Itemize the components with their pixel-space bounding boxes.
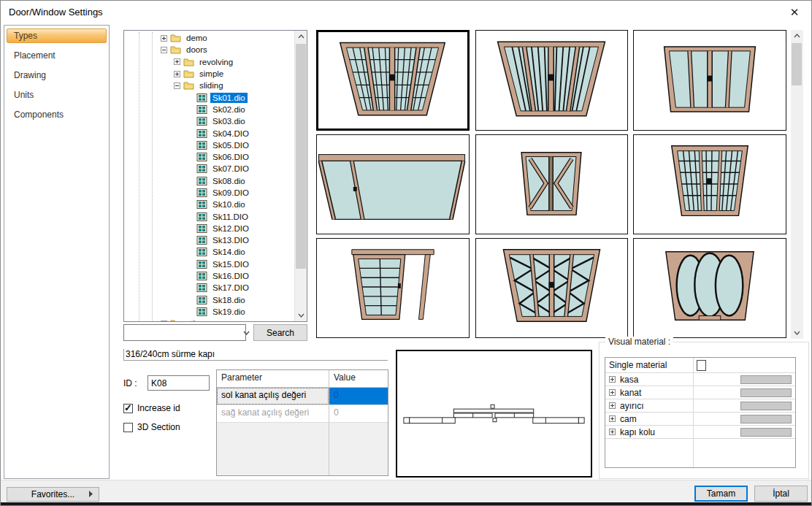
door-file-icon: [196, 117, 207, 126]
tree-item-sk08-dio[interactable]: Sk08.dio: [124, 175, 294, 187]
favorites-button[interactable]: Favorites...: [7, 487, 99, 502]
thumbnail-sk01[interactable]: [316, 30, 470, 131]
parameter-table: Parameter Value sol kanat açılış değeri …: [216, 369, 388, 476]
parameter-row-sol-kanat[interactable]: sol kanat açılış değeri 0: [217, 388, 388, 405]
3d-section-checkbox[interactable]: 3D Section: [123, 422, 180, 432]
expand-plus-icon[interactable]: [161, 35, 167, 42]
thumbnail-sk09[interactable]: [633, 238, 786, 338]
search-input[interactable]: [124, 325, 243, 340]
material-swatch-kanat[interactable]: [740, 388, 792, 397]
chevron-down-icon[interactable]: [243, 325, 250, 340]
nav-item-units[interactable]: Units: [7, 88, 107, 102]
tree-item-sk14-dio[interactable]: Sk14.dio: [124, 246, 294, 258]
tree-item-demo[interactable]: demo: [124, 32, 294, 44]
material-row-kasa[interactable]: kasa: [605, 373, 795, 386]
folder-tree: demodoorsrevolvingsimpleslidingSk01.dioS…: [123, 30, 307, 322]
door-file-icon: [196, 296, 207, 304]
tree-item-sk07-dio[interactable]: Sk07.DIO: [124, 163, 294, 175]
folder-icon: [170, 34, 181, 42]
checkbox-box[interactable]: [123, 404, 133, 413]
door-drawing-large-glass: [317, 135, 469, 234]
tree-item-simple[interactable]: simple: [124, 68, 294, 80]
material-table: Single material kasa kanat ayırıcı cam k…: [605, 357, 796, 468]
search-button[interactable]: Search: [253, 324, 307, 341]
id-input[interactable]: [148, 375, 210, 391]
collapse-minus-icon[interactable]: [174, 83, 180, 89]
door-drawing-pocket-open: [317, 239, 469, 337]
door-drawing-diamond-double: [476, 135, 627, 234]
scroll-up-icon[interactable]: [791, 30, 803, 42]
nav-item-types[interactable]: Types: [7, 28, 107, 43]
material-row-ayirici[interactable]: ayırıcı: [605, 399, 795, 413]
scroll-down-icon[interactable]: [295, 310, 307, 321]
selected-item-description: 316/240cm sürme kapı: [123, 349, 388, 361]
nav-item-placement[interactable]: Placement: [7, 48, 107, 63]
tree-item-doors[interactable]: doors: [124, 44, 294, 55]
tree-item-sk01-dio[interactable]: Sk01.dio: [124, 91, 294, 103]
door-file-icon: [196, 93, 207, 102]
material-row-kanat[interactable]: kanat: [605, 386, 795, 399]
single-material-checkbox[interactable]: [697, 360, 706, 371]
material-swatch-kasa[interactable]: [740, 375, 792, 384]
tree-item-sk10-dio[interactable]: Sk10.dio: [124, 199, 294, 210]
tree-item-sk06-dio[interactable]: Sk06.DIO: [124, 151, 294, 163]
door-drawing-brick-panes: [634, 135, 786, 234]
ok-button[interactable]: Tamam: [694, 486, 748, 502]
tree-item-sk09-dio[interactable]: Sk09.DIO: [124, 187, 294, 199]
tree-item-sk15-dio[interactable]: Sk15.DIO: [124, 258, 294, 270]
expand-plus-icon[interactable]: [174, 71, 180, 77]
thumbnail-sk03[interactable]: [633, 30, 786, 131]
tree-item-sk11-dio[interactable]: Sk11.DIO: [124, 210, 294, 222]
tree-item-sk13-dio[interactable]: Sk13.DIO: [124, 234, 294, 246]
thumbnail-sk04[interactable]: [316, 134, 470, 234]
thumbnail-sk07[interactable]: [316, 238, 470, 338]
thumbnail-sk02[interactable]: [475, 30, 628, 131]
plan-view-drawing: [397, 351, 591, 476]
collapse-minus-icon[interactable]: [161, 47, 167, 53]
tree-item-other[interactable]: other: [124, 318, 294, 321]
gallery-scrollbar[interactable]: [791, 30, 803, 339]
folder-icon: [170, 319, 181, 321]
tree-item-sk04-dio[interactable]: Sk04.DIO: [124, 127, 294, 139]
tree-item-revolving[interactable]: revolving: [124, 56, 294, 68]
tree-guide-line: [139, 32, 139, 321]
visual-material-group: Visual material : Single material kasa k…: [599, 342, 809, 479]
tree-item-sk05-dio[interactable]: Sk05.DIO: [124, 139, 294, 151]
material-swatch-kapi-kolu[interactable]: [740, 428, 792, 437]
close-icon[interactable]: ✕: [784, 4, 805, 21]
tree-guide-line: [152, 32, 153, 321]
door-file-icon: [196, 307, 207, 316]
door-file-icon: [196, 283, 207, 292]
nav-item-components[interactable]: Components: [7, 107, 107, 122]
thumbnail-sk06[interactable]: [633, 134, 786, 234]
tree-scroll-thumb[interactable]: [296, 44, 306, 269]
tree-item-sk12-dio[interactable]: Sk12.DIO: [124, 223, 294, 234]
thumbnail-sk05[interactable]: [475, 134, 628, 234]
tree-item-sk19-dio[interactable]: Sk19.dio: [124, 306, 294, 318]
increase-id-checkbox[interactable]: Increase id: [123, 403, 180, 413]
tree-item-sk17-dio[interactable]: Sk17.DIO: [124, 282, 294, 294]
scroll-up-icon[interactable]: [295, 31, 307, 42]
tree-item-sk18-dio[interactable]: Sk18.dio: [124, 294, 294, 306]
tree-scrollbar[interactable]: [294, 31, 307, 321]
tree-item-sk02-dio[interactable]: Sk02.dio: [124, 104, 294, 115]
expand-plus-icon[interactable]: [174, 58, 180, 65]
scroll-down-icon[interactable]: [791, 327, 803, 339]
thumbnail-sk08[interactable]: [475, 238, 628, 338]
parameter-row-sag-kanat[interactable]: sağ kanat açılış değeri 0: [217, 405, 388, 423]
nav-item-drawing[interactable]: Drawing: [7, 68, 107, 83]
search-combo[interactable]: [123, 324, 246, 341]
tree-item-sk03-dio[interactable]: Sk03.dio: [124, 115, 294, 127]
material-row-cam[interactable]: cam: [605, 413, 795, 426]
material-row-kapi-kolu[interactable]: kapı kolu: [605, 426, 795, 439]
tree-item-sliding[interactable]: sliding: [124, 80, 294, 91]
gallery-scroll-thumb[interactable]: [792, 43, 802, 85]
expand-plus-icon[interactable]: [161, 321, 167, 321]
checkbox-box[interactable]: [123, 423, 133, 432]
door-drawing-grid-panes: [318, 32, 467, 129]
material-swatch-cam[interactable]: [740, 415, 792, 423]
material-swatch-ayirici[interactable]: [740, 402, 792, 410]
door-file-icon: [196, 164, 207, 173]
cancel-button[interactable]: İptal: [754, 486, 808, 502]
tree-item-sk16-dio[interactable]: Sk16.DIO: [124, 270, 294, 282]
